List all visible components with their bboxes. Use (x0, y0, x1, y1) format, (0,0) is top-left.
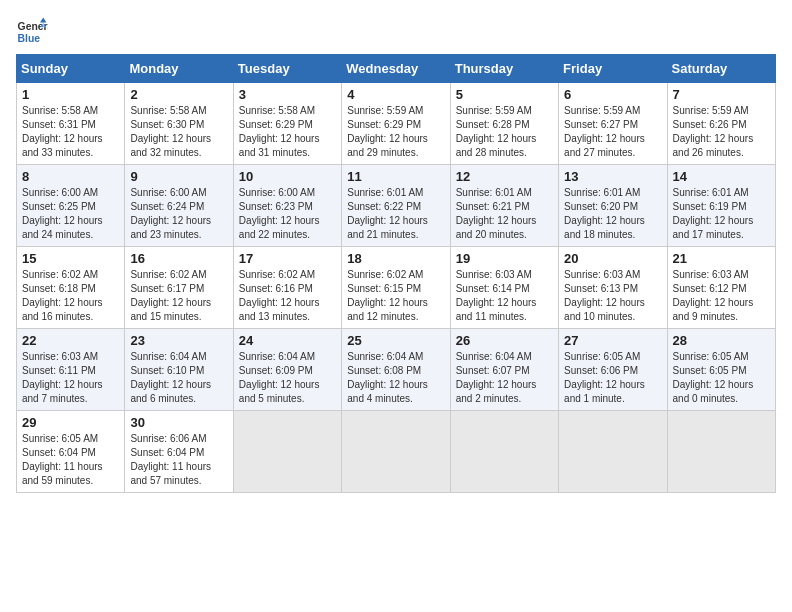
col-header-wednesday: Wednesday (342, 55, 450, 83)
header: General Blue (16, 16, 776, 48)
day-cell: 25 Sunrise: 6:04 AMSunset: 6:08 PMDaylig… (342, 329, 450, 411)
day-cell: 15 Sunrise: 6:02 AMSunset: 6:18 PMDaylig… (17, 247, 125, 329)
logo-icon: General Blue (16, 16, 48, 48)
day-cell: 4 Sunrise: 5:59 AMSunset: 6:29 PMDayligh… (342, 83, 450, 165)
day-cell (559, 411, 667, 493)
day-info: Sunrise: 6:03 AMSunset: 6:14 PMDaylight:… (456, 269, 537, 322)
day-info: Sunrise: 6:05 AMSunset: 6:04 PMDaylight:… (22, 433, 103, 486)
day-number: 29 (22, 415, 119, 430)
day-cell (667, 411, 775, 493)
day-cell: 2 Sunrise: 5:58 AMSunset: 6:30 PMDayligh… (125, 83, 233, 165)
week-row-2: 8 Sunrise: 6:00 AMSunset: 6:25 PMDayligh… (17, 165, 776, 247)
day-number: 13 (564, 169, 661, 184)
day-info: Sunrise: 6:04 AMSunset: 6:09 PMDaylight:… (239, 351, 320, 404)
col-header-tuesday: Tuesday (233, 55, 341, 83)
day-cell: 29 Sunrise: 6:05 AMSunset: 6:04 PMDaylig… (17, 411, 125, 493)
day-info: Sunrise: 6:01 AMSunset: 6:22 PMDaylight:… (347, 187, 428, 240)
svg-marker-2 (40, 18, 46, 23)
day-number: 16 (130, 251, 227, 266)
day-cell: 8 Sunrise: 6:00 AMSunset: 6:25 PMDayligh… (17, 165, 125, 247)
day-number: 27 (564, 333, 661, 348)
day-number: 8 (22, 169, 119, 184)
day-number: 3 (239, 87, 336, 102)
day-info: Sunrise: 5:58 AMSunset: 6:30 PMDaylight:… (130, 105, 211, 158)
day-info: Sunrise: 5:58 AMSunset: 6:31 PMDaylight:… (22, 105, 103, 158)
day-info: Sunrise: 6:00 AMSunset: 6:24 PMDaylight:… (130, 187, 211, 240)
day-number: 15 (22, 251, 119, 266)
day-info: Sunrise: 6:03 AMSunset: 6:13 PMDaylight:… (564, 269, 645, 322)
week-row-1: 1 Sunrise: 5:58 AMSunset: 6:31 PMDayligh… (17, 83, 776, 165)
day-cell: 17 Sunrise: 6:02 AMSunset: 6:16 PMDaylig… (233, 247, 341, 329)
day-number: 11 (347, 169, 444, 184)
day-number: 2 (130, 87, 227, 102)
day-info: Sunrise: 6:05 AMSunset: 6:06 PMDaylight:… (564, 351, 645, 404)
day-info: Sunrise: 6:04 AMSunset: 6:08 PMDaylight:… (347, 351, 428, 404)
day-info: Sunrise: 6:01 AMSunset: 6:19 PMDaylight:… (673, 187, 754, 240)
logo: General Blue (16, 16, 48, 48)
day-cell: 7 Sunrise: 5:59 AMSunset: 6:26 PMDayligh… (667, 83, 775, 165)
day-number: 14 (673, 169, 770, 184)
day-cell: 13 Sunrise: 6:01 AMSunset: 6:20 PMDaylig… (559, 165, 667, 247)
day-number: 9 (130, 169, 227, 184)
day-info: Sunrise: 5:59 AMSunset: 6:28 PMDaylight:… (456, 105, 537, 158)
day-cell (233, 411, 341, 493)
day-info: Sunrise: 6:05 AMSunset: 6:05 PMDaylight:… (673, 351, 754, 404)
day-info: Sunrise: 6:00 AMSunset: 6:25 PMDaylight:… (22, 187, 103, 240)
day-cell: 6 Sunrise: 5:59 AMSunset: 6:27 PMDayligh… (559, 83, 667, 165)
day-number: 25 (347, 333, 444, 348)
day-cell: 23 Sunrise: 6:04 AMSunset: 6:10 PMDaylig… (125, 329, 233, 411)
week-row-3: 15 Sunrise: 6:02 AMSunset: 6:18 PMDaylig… (17, 247, 776, 329)
week-row-4: 22 Sunrise: 6:03 AMSunset: 6:11 PMDaylig… (17, 329, 776, 411)
col-header-thursday: Thursday (450, 55, 558, 83)
col-header-monday: Monday (125, 55, 233, 83)
day-number: 28 (673, 333, 770, 348)
day-cell: 28 Sunrise: 6:05 AMSunset: 6:05 PMDaylig… (667, 329, 775, 411)
day-cell: 10 Sunrise: 6:00 AMSunset: 6:23 PMDaylig… (233, 165, 341, 247)
day-number: 17 (239, 251, 336, 266)
day-info: Sunrise: 5:58 AMSunset: 6:29 PMDaylight:… (239, 105, 320, 158)
day-cell: 19 Sunrise: 6:03 AMSunset: 6:14 PMDaylig… (450, 247, 558, 329)
day-cell (450, 411, 558, 493)
day-number: 22 (22, 333, 119, 348)
header-row: SundayMondayTuesdayWednesdayThursdayFrid… (17, 55, 776, 83)
day-number: 18 (347, 251, 444, 266)
day-number: 10 (239, 169, 336, 184)
day-info: Sunrise: 6:04 AMSunset: 6:10 PMDaylight:… (130, 351, 211, 404)
day-info: Sunrise: 5:59 AMSunset: 6:26 PMDaylight:… (673, 105, 754, 158)
day-number: 1 (22, 87, 119, 102)
day-cell (342, 411, 450, 493)
day-cell: 14 Sunrise: 6:01 AMSunset: 6:19 PMDaylig… (667, 165, 775, 247)
day-cell: 9 Sunrise: 6:00 AMSunset: 6:24 PMDayligh… (125, 165, 233, 247)
day-info: Sunrise: 5:59 AMSunset: 6:29 PMDaylight:… (347, 105, 428, 158)
day-number: 19 (456, 251, 553, 266)
day-number: 23 (130, 333, 227, 348)
day-cell: 30 Sunrise: 6:06 AMSunset: 6:04 PMDaylig… (125, 411, 233, 493)
day-number: 4 (347, 87, 444, 102)
day-number: 20 (564, 251, 661, 266)
day-number: 24 (239, 333, 336, 348)
day-cell: 3 Sunrise: 5:58 AMSunset: 6:29 PMDayligh… (233, 83, 341, 165)
day-number: 12 (456, 169, 553, 184)
day-info: Sunrise: 6:02 AMSunset: 6:16 PMDaylight:… (239, 269, 320, 322)
day-cell: 11 Sunrise: 6:01 AMSunset: 6:22 PMDaylig… (342, 165, 450, 247)
calendar-table: SundayMondayTuesdayWednesdayThursdayFrid… (16, 54, 776, 493)
day-cell-1: 1 Sunrise: 5:58 AMSunset: 6:31 PMDayligh… (17, 83, 125, 165)
day-info: Sunrise: 6:03 AMSunset: 6:12 PMDaylight:… (673, 269, 754, 322)
day-cell: 24 Sunrise: 6:04 AMSunset: 6:09 PMDaylig… (233, 329, 341, 411)
day-cell: 12 Sunrise: 6:01 AMSunset: 6:21 PMDaylig… (450, 165, 558, 247)
col-header-saturday: Saturday (667, 55, 775, 83)
day-info: Sunrise: 5:59 AMSunset: 6:27 PMDaylight:… (564, 105, 645, 158)
week-row-5: 29 Sunrise: 6:05 AMSunset: 6:04 PMDaylig… (17, 411, 776, 493)
day-cell: 26 Sunrise: 6:04 AMSunset: 6:07 PMDaylig… (450, 329, 558, 411)
day-number: 5 (456, 87, 553, 102)
day-info: Sunrise: 6:04 AMSunset: 6:07 PMDaylight:… (456, 351, 537, 404)
day-info: Sunrise: 6:02 AMSunset: 6:18 PMDaylight:… (22, 269, 103, 322)
day-info: Sunrise: 6:00 AMSunset: 6:23 PMDaylight:… (239, 187, 320, 240)
day-cell: 16 Sunrise: 6:02 AMSunset: 6:17 PMDaylig… (125, 247, 233, 329)
day-info: Sunrise: 6:06 AMSunset: 6:04 PMDaylight:… (130, 433, 211, 486)
day-cell: 5 Sunrise: 5:59 AMSunset: 6:28 PMDayligh… (450, 83, 558, 165)
day-number: 7 (673, 87, 770, 102)
day-info: Sunrise: 6:01 AMSunset: 6:21 PMDaylight:… (456, 187, 537, 240)
svg-text:Blue: Blue (18, 33, 41, 44)
day-number: 6 (564, 87, 661, 102)
